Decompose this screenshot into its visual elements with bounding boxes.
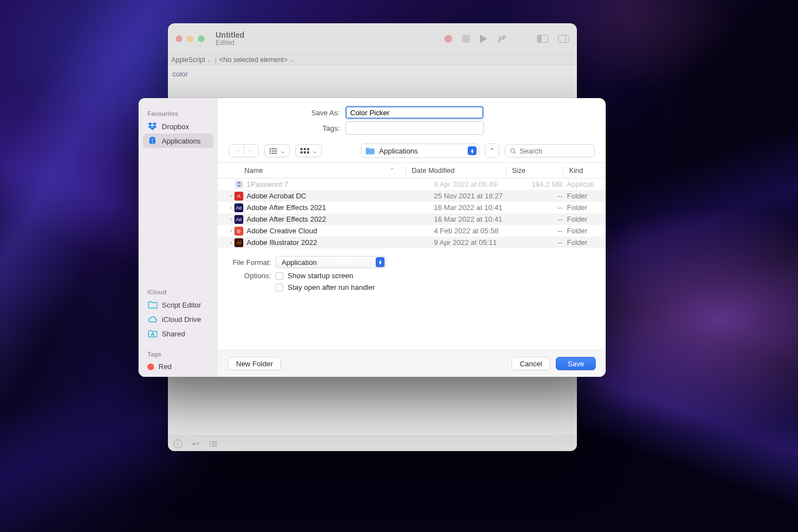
file-size: -- xyxy=(528,215,567,223)
code-area[interactable]: color xyxy=(168,65,577,83)
record-button[interactable] xyxy=(444,35,452,43)
location-label: Applications xyxy=(379,147,418,155)
list-view-selector[interactable]: ⌄ xyxy=(264,144,290,157)
location-selector[interactable]: Applications ▴▾ xyxy=(361,144,479,158)
table-row[interactable]: ›AeAdobe After Effects 202116 Mar 2022 a… xyxy=(218,202,606,213)
sidebar-item-label: Script Editor xyxy=(162,301,201,309)
table-row[interactable]: ›⊚Adobe Creative Cloud4 Feb 2022 at 05:5… xyxy=(218,225,606,237)
sidebar-item-dropbox[interactable]: Dropbox xyxy=(143,119,213,134)
disclosure-icon[interactable]: › xyxy=(228,228,234,234)
element-selector[interactable]: <No selected element> xyxy=(219,56,288,64)
svg-rect-14 xyxy=(304,148,306,150)
option-stay-open[interactable]: Stay open after run handler xyxy=(275,283,375,291)
sidebar-item-shared[interactable]: Shared xyxy=(143,326,213,341)
search-field[interactable] xyxy=(505,144,595,157)
col-size[interactable]: Size xyxy=(512,167,525,175)
sidebar-item-script-editor[interactable]: Script Editor xyxy=(143,298,213,312)
svg-rect-16 xyxy=(300,151,303,154)
left-panel-toggle[interactable] xyxy=(537,35,548,43)
compile-button[interactable] xyxy=(497,34,507,44)
file-name: Adobe Creative Cloud xyxy=(247,227,434,235)
svg-rect-18 xyxy=(307,151,309,154)
file-kind: Folder xyxy=(567,238,598,247)
svg-point-6 xyxy=(152,333,154,335)
sort-chevron-icon[interactable]: ⌃ xyxy=(390,167,395,174)
table-row[interactable]: ›AeAdobe After Effects 202216 Mar 2022 a… xyxy=(218,213,606,225)
folder-icon xyxy=(147,300,157,309)
file-table: Name ⌃ Date Modified Size Kind ⓵1Passwor… xyxy=(218,163,606,248)
col-date[interactable]: Date Modified xyxy=(412,167,454,175)
file-format-select[interactable]: Application ▴▾ xyxy=(275,256,386,268)
new-folder-button[interactable]: New Folder xyxy=(228,357,281,370)
sidebar-item-label: Red xyxy=(158,362,172,371)
cancel-button[interactable]: Cancel xyxy=(511,357,550,370)
file-date: 25 Nov 2021 at 18:27 xyxy=(434,192,528,200)
sidebar-item-tag-red[interactable]: Red xyxy=(143,360,213,374)
search-icon xyxy=(510,147,516,155)
file-name: Adobe Acrobat DC xyxy=(247,192,434,200)
checkbox-icon[interactable] xyxy=(275,272,283,280)
stop-button[interactable] xyxy=(462,35,470,43)
chevron-down-icon: ⌄ xyxy=(313,148,317,154)
checkbox-icon[interactable] xyxy=(275,284,283,291)
grid-icon xyxy=(300,148,309,154)
tags-label: Tags: xyxy=(229,124,340,132)
favourites-header: Favourites xyxy=(143,108,213,119)
file-kind: Folder xyxy=(567,203,598,212)
chevron-up-icon: ⌃ xyxy=(489,147,495,155)
close-icon[interactable] xyxy=(176,35,182,42)
search-input[interactable] xyxy=(519,147,590,155)
file-size: -- xyxy=(528,227,567,235)
col-kind[interactable]: Kind xyxy=(569,167,583,175)
zoom-icon[interactable] xyxy=(198,35,204,42)
disclosure-icon[interactable]: › xyxy=(228,193,234,199)
disclosure-icon[interactable]: › xyxy=(228,204,234,211)
cloud-icon xyxy=(147,315,157,324)
return-icon[interactable] xyxy=(191,440,200,448)
file-name: Adobe Illustrator 2022 xyxy=(247,238,434,247)
sidebar-item-label: iCloud Drive xyxy=(162,315,201,324)
tags-input[interactable] xyxy=(345,121,484,135)
sidebar-item-label: Applications xyxy=(162,137,201,145)
file-icon: ⊚ xyxy=(234,227,243,236)
file-format-value: Application xyxy=(282,258,317,267)
sidebar-item-applications[interactable]: Applications xyxy=(143,134,213,148)
file-kind: Folder xyxy=(567,227,598,235)
col-name[interactable]: Name xyxy=(244,167,263,175)
dropbox-icon xyxy=(147,122,157,131)
file-name: Adobe After Effects 2021 xyxy=(247,203,434,212)
icloud-header: iCloud xyxy=(143,287,213,298)
forward-button[interactable]: 〉 xyxy=(244,145,258,157)
minimize-icon[interactable] xyxy=(187,35,193,42)
svg-point-19 xyxy=(510,149,514,152)
sidebar-item-icloud-drive[interactable]: iCloud Drive xyxy=(143,312,213,326)
file-kind: Folder xyxy=(567,215,598,223)
table-header: Name ⌃ Date Modified Size Kind xyxy=(218,163,606,178)
info-icon[interactable]: i xyxy=(173,439,182,448)
disclosure-icon[interactable]: › xyxy=(228,216,234,222)
table-row[interactable]: ›AiAdobe Illustrator 20229 Apr 2022 at 0… xyxy=(218,237,606,248)
file-icon: Ae xyxy=(234,203,243,212)
tags-header: Tags xyxy=(143,349,213,360)
file-icon: Ae xyxy=(234,215,243,224)
disclosure-icon[interactable]: › xyxy=(228,239,234,245)
dialog-sidebar: Favourites Dropbox Applications iCloud S… xyxy=(139,98,218,377)
code-content: color xyxy=(172,70,188,78)
language-selector[interactable]: AppleScript xyxy=(171,56,205,64)
right-panel-toggle[interactable] xyxy=(558,35,569,43)
red-tag-icon xyxy=(147,364,154,370)
language-bar: AppleScript⌄ | <No selected element>⌄ xyxy=(168,54,577,65)
save-button[interactable]: Save xyxy=(556,357,596,370)
group-selector[interactable]: ⌄ xyxy=(295,144,322,157)
back-button[interactable]: 〈 xyxy=(229,145,244,157)
updown-icon: ▴▾ xyxy=(468,146,477,155)
save-as-input[interactable] xyxy=(345,106,484,119)
collapse-button[interactable]: ⌃ xyxy=(485,144,499,158)
option-startup[interactable]: Show startup screen xyxy=(275,272,375,280)
list-icon[interactable] xyxy=(209,441,218,447)
table-row[interactable]: ›AAdobe Acrobat DC25 Nov 2021 at 18:27--… xyxy=(218,190,606,202)
run-button[interactable] xyxy=(480,34,487,43)
svg-point-7 xyxy=(269,148,270,149)
file-kind: Applicati xyxy=(567,180,598,188)
file-icon: A xyxy=(234,192,243,201)
